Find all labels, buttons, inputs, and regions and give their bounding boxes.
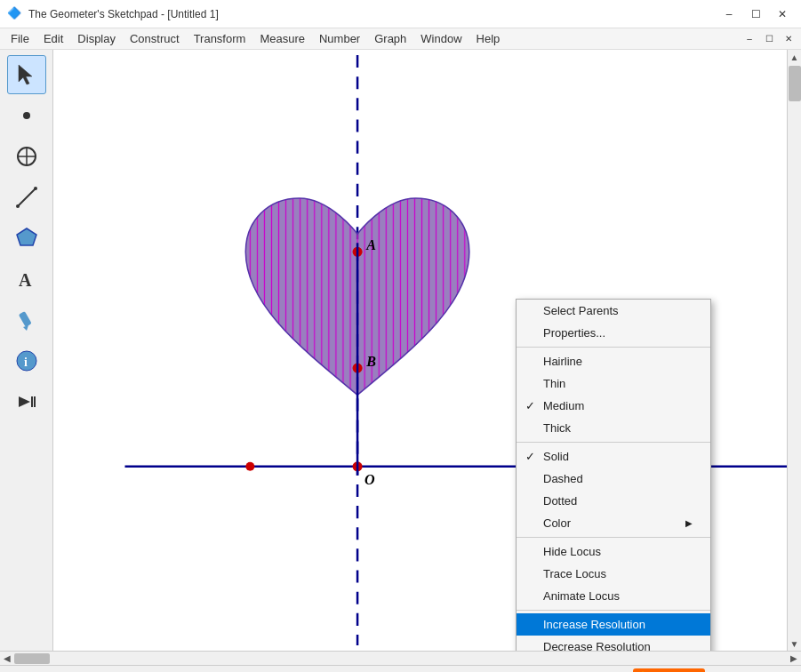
ctx-label: Solid — [543, 450, 569, 463]
ctx-thick[interactable]: Thick — [517, 417, 710, 439]
point-icon — [14, 103, 39, 128]
ctx-label: Thin — [543, 377, 565, 390]
line-tool[interactable] — [7, 178, 46, 217]
svg-text:B: B — [365, 354, 376, 369]
compass-tool[interactable] — [7, 137, 46, 176]
ctx-animate-locus[interactable]: Animate Locus — [517, 585, 710, 607]
menu-measure[interactable]: Measure — [252, 28, 312, 49]
ctx-label: Dashed — [543, 472, 583, 485]
menu-display[interactable]: Display — [70, 28, 123, 49]
select-icon — [14, 62, 39, 87]
menu-number[interactable]: Number — [312, 28, 367, 49]
svg-point-6 — [16, 204, 20, 208]
ctx-label: Thick — [543, 421, 571, 435]
ctx-increase-resolution[interactable]: Increase Resolution — [517, 613, 710, 636]
text-tool[interactable]: A — [7, 260, 46, 299]
svg-line-5 — [18, 188, 36, 206]
ctx-sep-1 — [517, 347, 710, 348]
scroll-track-h[interactable] — [14, 652, 787, 665]
ctx-label: Medium — [543, 399, 584, 412]
ctx-label: Trace Locus — [543, 567, 606, 580]
ctx-hide-locus[interactable]: Hide Locus — [517, 540, 710, 563]
ctx-label: Hide Locus — [543, 545, 601, 558]
ctx-sep-2 — [517, 442, 710, 443]
ctx-solid[interactable]: ✓ Solid — [517, 445, 710, 468]
svg-marker-8 — [17, 228, 36, 245]
ctx-dashed[interactable]: Dashed — [517, 468, 710, 490]
ctx-select-parents[interactable]: Select Parents — [517, 300, 710, 322]
svg-rect-10 — [18, 311, 31, 327]
marker-icon — [14, 308, 39, 332]
ctx-label: Hairline — [543, 355, 582, 368]
ctx-label: Decrease Resolution — [543, 640, 651, 651]
polygon-icon — [14, 226, 39, 251]
minimize-button[interactable]: – — [717, 5, 741, 23]
context-menu: Select Parents Properties... Hairline Th… — [516, 299, 711, 651]
polygon-tool[interactable] — [7, 219, 46, 258]
main-layout: A i — [0, 50, 801, 651]
status-right: 🔶 Office教程网 www.office26.com — [633, 668, 794, 673]
svg-point-7 — [34, 187, 37, 190]
svg-marker-0 — [19, 65, 32, 84]
text-icon: A — [14, 267, 39, 292]
scroll-left-btn[interactable]: ◀ — [0, 652, 14, 666]
svg-marker-14 — [19, 396, 30, 407]
canvas-area[interactable]: A B O Select Parents Properties... — [53, 50, 787, 651]
close-button[interactable]: ✕ — [771, 5, 794, 23]
info-tool[interactable]: i — [7, 341, 46, 380]
maximize-button[interactable]: ☐ — [744, 5, 767, 23]
status-bar: Increase the number of samples displayed… — [0, 665, 801, 672]
info-icon: i — [14, 348, 39, 373]
more-icon — [14, 389, 39, 414]
compass-icon — [14, 144, 39, 169]
menu-file[interactable]: File — [4, 28, 36, 49]
menu-edit[interactable]: Edit — [36, 28, 70, 49]
ctx-properties[interactable]: Properties... — [517, 322, 710, 344]
menu-right-controls: – ☐ ✕ — [741, 32, 797, 46]
marker-tool[interactable] — [7, 300, 46, 340]
ctx-dotted[interactable]: Dotted — [517, 490, 710, 512]
medium-check: ✓ — [525, 399, 535, 412]
more-tool[interactable] — [7, 382, 46, 421]
title-bar: 🔷 The Geometer's Sketchpad - [Untitled 1… — [0, 0, 801, 28]
menu-bar: File Edit Display Construct Transform Me… — [0, 28, 801, 50]
ctx-sep-3 — [517, 537, 710, 538]
svg-text:i: i — [24, 356, 28, 369]
svg-text:A: A — [19, 270, 32, 290]
point-tool[interactable] — [7, 96, 46, 135]
scroll-right-btn[interactable]: ▶ — [787, 652, 801, 666]
scroll-up-btn[interactable]: ▲ — [788, 50, 802, 64]
menu-close-btn[interactable]: ✕ — [780, 32, 797, 46]
ctx-thin[interactable]: Thin — [517, 372, 710, 395]
ctx-trace-locus[interactable]: Trace Locus — [517, 563, 710, 585]
ctx-label: Color — [543, 516, 571, 530]
ctx-sep-4 — [517, 610, 710, 611]
ctx-label: Properties... — [543, 326, 605, 340]
ctx-medium[interactable]: ✓ Medium — [517, 395, 710, 417]
menu-window[interactable]: Window — [413, 28, 469, 49]
scroll-down-btn[interactable]: ▼ — [788, 636, 802, 651]
menu-help[interactable]: Help — [469, 28, 508, 49]
menu-transform[interactable]: Transform — [187, 28, 253, 49]
toolbar: A i — [0, 50, 53, 651]
ctx-label: Dotted — [543, 494, 577, 508]
menu-maximize-btn[interactable]: ☐ — [760, 32, 778, 46]
ctx-label: Increase Resolution — [543, 618, 645, 631]
app-icon: 🔷 — [7, 6, 23, 22]
ctx-label: Animate Locus — [543, 589, 620, 603]
scroll-track-v[interactable] — [788, 64, 801, 636]
svg-text:A: A — [365, 237, 376, 252]
scroll-thumb-h[interactable] — [14, 653, 50, 664]
ctx-decrease-resolution[interactable]: Decrease Resolution — [517, 636, 710, 651]
ctx-color[interactable]: Color ▶ — [517, 512, 710, 534]
select-tool[interactable] — [7, 55, 46, 94]
menu-minimize-btn[interactable]: – — [741, 32, 758, 46]
scroll-thumb-v[interactable] — [789, 66, 801, 101]
horizontal-scrollbar: ◀ ▶ — [0, 651, 801, 665]
svg-point-1 — [23, 112, 30, 119]
ctx-hairline[interactable]: Hairline — [517, 350, 710, 372]
title-text: The Geometer's Sketchpad - [Untitled 1] — [28, 8, 717, 20]
menu-construct[interactable]: Construct — [123, 28, 187, 49]
ctx-label: Select Parents — [543, 304, 619, 317]
menu-graph[interactable]: Graph — [367, 28, 413, 49]
